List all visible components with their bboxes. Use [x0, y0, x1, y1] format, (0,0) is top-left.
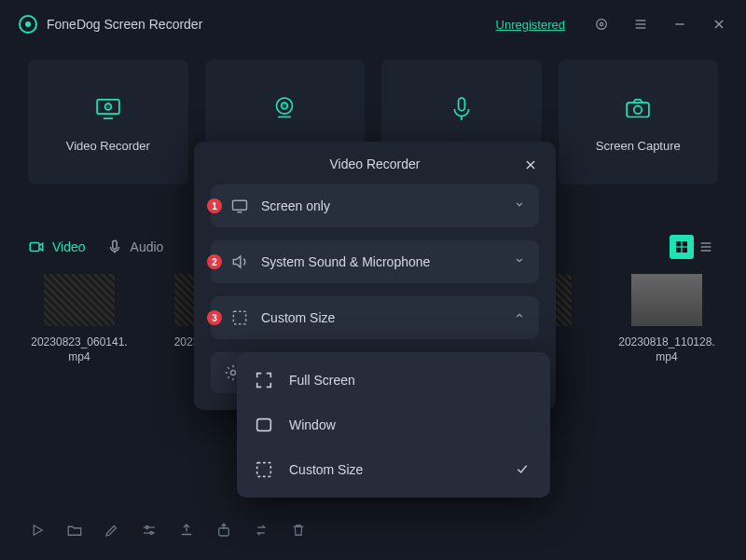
- chevron-down-icon: [513, 198, 526, 214]
- tab-audio[interactable]: Audio: [106, 239, 164, 255]
- share-icon[interactable]: [214, 521, 233, 540]
- webcam-icon: [268, 92, 301, 126]
- setting-size-row[interactable]: 3 Custom Size: [211, 296, 539, 339]
- trash-icon[interactable]: [289, 521, 308, 540]
- svg-point-38: [231, 371, 236, 376]
- file-thumbnail: [44, 274, 115, 326]
- setting-label: Screen only: [261, 198, 502, 213]
- camera-icon: [621, 92, 655, 126]
- option-label: Full Screen: [289, 373, 355, 388]
- file-item[interactable]: 20230818_110128.mp4: [615, 274, 718, 404]
- modal-title: Video Recorder: [329, 157, 420, 171]
- svg-point-16: [634, 105, 642, 114]
- marquee-icon: [229, 307, 250, 328]
- svg-rect-39: [257, 419, 271, 431]
- setting-label: System Sound & Microphone: [261, 254, 502, 269]
- play-icon[interactable]: [28, 521, 47, 540]
- window-icon: [254, 415, 274, 435]
- sliders-icon[interactable]: [140, 521, 159, 540]
- unregistered-link[interactable]: Unregistered: [496, 18, 565, 32]
- checkmark-icon: [515, 461, 530, 479]
- mode-label: Screen Capture: [596, 139, 681, 153]
- option-label: Window: [289, 417, 336, 432]
- convert-icon[interactable]: [252, 521, 270, 540]
- tab-label: Video: [52, 239, 86, 254]
- svg-rect-40: [257, 463, 271, 477]
- monitor-record-icon: [91, 92, 125, 126]
- chevron-down-icon: [513, 253, 526, 270]
- microphone-icon: [445, 92, 478, 126]
- app-logo-icon: [19, 15, 37, 34]
- svg-rect-22: [676, 248, 681, 253]
- setting-source-row[interactable]: 1 Screen only: [211, 184, 539, 227]
- file-thumbnail: [631, 274, 702, 326]
- view-list-icon[interactable]: [694, 235, 718, 259]
- mode-video-recorder[interactable]: Video Recorder: [28, 60, 188, 184]
- view-toggle: [670, 235, 718, 259]
- size-option-window[interactable]: Window: [237, 403, 550, 447]
- edit-icon[interactable]: [103, 521, 121, 540]
- bottom-toolbar: [28, 521, 308, 540]
- svg-rect-37: [233, 311, 245, 323]
- file-name: 20230823_060141.mp4: [28, 335, 131, 364]
- folder-icon[interactable]: [65, 521, 84, 540]
- svg-point-0: [597, 20, 607, 30]
- close-icon[interactable]: [709, 14, 729, 34]
- menu-icon[interactable]: [630, 14, 651, 34]
- marquee-icon: [254, 459, 274, 480]
- svg-rect-15: [627, 102, 649, 116]
- mode-screen-capture[interactable]: Screen Capture: [559, 60, 719, 184]
- monitor-icon: [229, 196, 250, 216]
- step-badge-1: 1: [207, 198, 222, 213]
- svg-rect-17: [30, 243, 39, 252]
- svg-point-10: [104, 103, 111, 110]
- settings-gear-icon[interactable]: [591, 14, 612, 34]
- app-window: FoneDog Screen Recorder Unregistered Vid…: [0, 0, 746, 560]
- setting-audio-row[interactable]: 2 System Sound & Microphone: [211, 240, 539, 283]
- tab-video[interactable]: Video: [28, 239, 86, 255]
- size-option-fullscreen[interactable]: Full Screen: [237, 358, 550, 403]
- upload-icon[interactable]: [177, 521, 196, 540]
- minimize-icon[interactable]: [670, 14, 690, 34]
- titlebar: FoneDog Screen Recorder Unregistered: [0, 0, 746, 48]
- modal-header: Video Recorder: [211, 157, 539, 171]
- chevron-up-icon: [513, 309, 526, 326]
- view-grid-icon[interactable]: [670, 235, 694, 259]
- svg-point-1: [600, 22, 602, 25]
- speaker-icon: [229, 252, 250, 272]
- svg-point-12: [282, 102, 288, 109]
- svg-rect-23: [683, 248, 687, 253]
- size-option-custom[interactable]: Custom Size: [237, 447, 550, 492]
- svg-rect-13: [458, 98, 464, 111]
- svg-marker-27: [34, 526, 42, 536]
- fullscreen-icon: [254, 370, 274, 390]
- file-item[interactable]: 20230823_060141.mp4: [28, 274, 131, 404]
- size-dropdown: Full Screen Window Custom Size: [237, 352, 550, 498]
- option-label: Custom Size: [289, 462, 363, 477]
- mode-label: Video Recorder: [66, 139, 150, 153]
- tab-label: Audio: [131, 239, 164, 254]
- setting-label: Custom Size: [261, 310, 502, 325]
- svg-rect-20: [676, 241, 681, 246]
- app-title: FoneDog Screen Recorder: [47, 17, 202, 32]
- svg-rect-35: [233, 200, 247, 210]
- file-name: 20230818_110128.mp4: [615, 335, 718, 364]
- step-badge-3: 3: [207, 310, 222, 325]
- svg-rect-21: [683, 241, 687, 246]
- modal-close-icon[interactable]: [520, 155, 541, 175]
- step-badge-2: 2: [207, 254, 222, 269]
- svg-rect-18: [112, 240, 117, 249]
